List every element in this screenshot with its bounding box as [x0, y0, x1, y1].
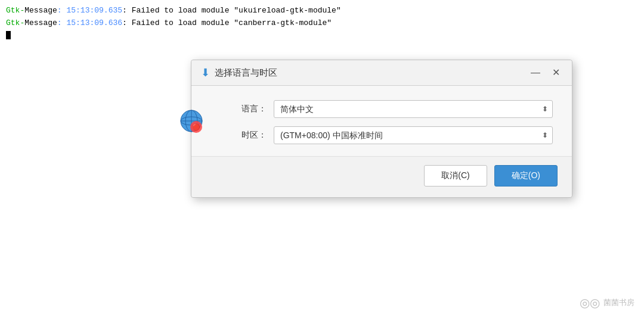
dialog-form: 语言： 简体中文 ⬍ 时区： (GTM+08:0 — [242, 100, 553, 144]
language-label: 语言： — [242, 104, 267, 114]
ok-button[interactable]: 确定(O) — [494, 165, 558, 187]
terminal-cursor-line — [6, 30, 638, 42]
terminal-output: Gtk-Message: 15:13:09.635: Failed to loa… — [0, 0, 644, 46]
language-timezone-dialog: ⬇ 选择语言与时区 — ✕ 🔴 — [191, 60, 572, 198]
terminal-msg-2: : Failed to load module "canberra-gtk-mo… — [122, 18, 332, 27]
gtk-message-2: Message — [24, 18, 57, 27]
language-row: 语言： 简体中文 ⬍ — [242, 100, 553, 118]
timezone-select-wrapper: (GTM+08:00) 中国标准时间 ⬍ — [274, 126, 553, 144]
gtk-message-1: Message — [24, 6, 57, 15]
dialog-title: 选择语言与时区 — [215, 67, 528, 79]
timezone-label: 时区： — [242, 130, 267, 141]
timestamp-1: : 15:13:09.635 — [57, 6, 122, 15]
timestamp-2: : 15:13:09.636 — [57, 18, 122, 27]
dialog-titlebar: ⬇ 选择语言与时区 — ✕ — [191, 60, 572, 86]
language-select-wrapper: 简体中文 ⬍ — [274, 100, 553, 118]
minimize-button[interactable]: — — [528, 67, 543, 79]
terminal-line-1: Gtk-Message: 15:13:09.635: Failed to loa… — [6, 5, 638, 17]
watermark-text: 菌菌书房 — [603, 297, 634, 308]
dialog-area: ⬇ 选择语言与时区 — ✕ 🔴 — [191, 60, 572, 198]
language-select[interactable]: 简体中文 — [274, 100, 553, 118]
gtk-prefix-1: Gtk- — [6, 6, 24, 15]
terminal-line-2: Gtk-Message: 15:13:09.636: Failed to loa… — [6, 17, 638, 30]
cancel-button[interactable]: 取消(C) — [424, 165, 487, 187]
globe-icon: 🔴 — [179, 109, 203, 133]
timezone-select[interactable]: (GTM+08:00) 中国标准时间 — [274, 126, 553, 144]
gtk-prefix-2: Gtk- — [6, 18, 24, 27]
dialog-body: 🔴 语言： 简体中文 ⬍ — [191, 86, 572, 156]
timezone-row: 时区： (GTM+08:00) 中国标准时间 ⬍ — [242, 126, 553, 144]
terminal-msg-1: : Failed to load module "ukuireload-gtk-… — [122, 6, 341, 15]
watermark-icon: ◎◎ — [580, 296, 600, 310]
terminal-cursor — [6, 31, 11, 39]
form-container: 🔴 语言： 简体中文 ⬍ — [210, 100, 553, 144]
globe-icon-area: 🔴 — [179, 109, 203, 135]
watermark: ◎◎ 菌菌书房 — [580, 296, 634, 310]
download-icon: ⬇ — [201, 66, 210, 79]
dialog-footer: 取消(C) 确定(O) — [191, 156, 572, 197]
dialog-window-controls: — ✕ — [528, 67, 562, 79]
close-button[interactable]: ✕ — [550, 67, 562, 79]
svg-text:🔴: 🔴 — [192, 123, 200, 131]
